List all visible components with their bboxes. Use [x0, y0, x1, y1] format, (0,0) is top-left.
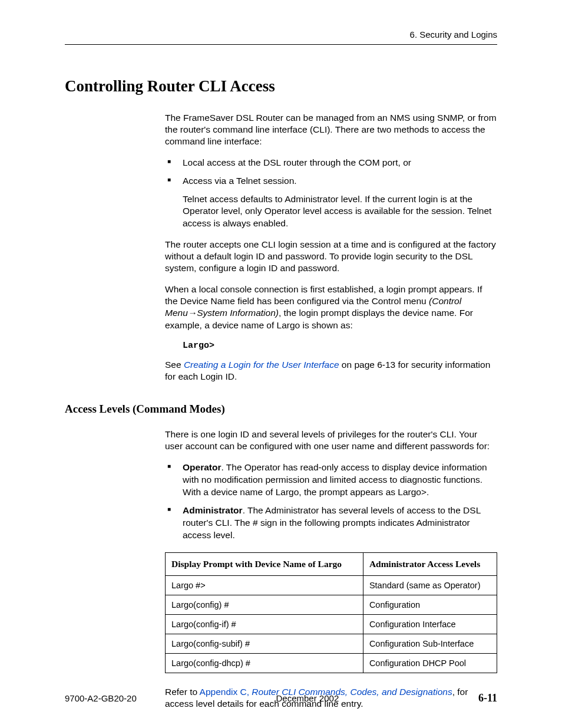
- body-paragraph: When a local console connection is first…: [165, 284, 497, 331]
- table-row: Largo(config-if) # Configuration Interfa…: [166, 614, 497, 634]
- list-item: Operator. The Operator has read-only acc…: [165, 462, 497, 499]
- footer-docnum: 9700-A2-GB20-20: [65, 693, 137, 703]
- cross-ref-link[interactable]: Creating a Login for the User Interface: [184, 360, 339, 370]
- header-rule: [65, 44, 497, 45]
- text-run: See: [165, 360, 184, 370]
- list-item-text: Access via a Telnet session.: [183, 176, 297, 186]
- table-cell: Configuration DHCP Pool: [363, 653, 497, 673]
- section-heading: Access Levels (Command Modes): [65, 403, 497, 416]
- code-prompt: Largo>: [183, 341, 497, 351]
- body-paragraph: There is one login ID and several levels…: [165, 429, 497, 452]
- list-item: Administrator. The Administrator has sev…: [165, 505, 497, 542]
- term-administrator: Administrator: [183, 505, 243, 515]
- table-header: Administrator Access Levels: [363, 552, 497, 575]
- body-paragraph: The router accepts one CLI login session…: [165, 239, 497, 274]
- table-cell: Configuration Sub-Interface: [363, 634, 497, 653]
- table-row: Largo #> Standard (same as Operator): [166, 575, 497, 595]
- list-item-subtext: Telnet access defaults to Administrator …: [183, 193, 497, 229]
- list-item: Local access at the DSL router through t…: [165, 157, 497, 169]
- table-row: Largo(config) # Configuration: [166, 595, 497, 614]
- text-run: . The Operator has read-only access to d…: [183, 462, 487, 497]
- table-cell: Standard (same as Operator): [363, 575, 497, 595]
- table-cell: Largo(config) #: [166, 595, 363, 614]
- footer-pagenum: 6-11: [478, 692, 497, 704]
- table-cell: Largo(config-subif) #: [166, 634, 363, 653]
- table-cell: Configuration: [363, 595, 497, 614]
- table-row: Largo(config-subif) # Configuration Sub-…: [166, 634, 497, 653]
- body-paragraph: See Creating a Login for the User Interf…: [165, 359, 497, 383]
- term-operator: Operator: [183, 462, 221, 472]
- list-item: Access via a Telnet session. Telnet acce…: [165, 175, 497, 229]
- access-levels-list: Operator. The Operator has read-only acc…: [165, 462, 497, 542]
- chapter-header: 6. Security and Logins: [65, 29, 497, 44]
- access-methods-list: Local access at the DSL router through t…: [165, 157, 497, 229]
- table-cell: Largo(config-dhcp) #: [166, 653, 363, 673]
- arrow-icon: →: [188, 308, 197, 318]
- table-cell: Largo(config-if) #: [166, 614, 363, 634]
- access-levels-table: Display Prompt with Device Name of Largo…: [165, 552, 497, 673]
- page-title: Controlling Router CLI Access: [65, 77, 497, 95]
- table-cell: Largo #>: [166, 575, 363, 595]
- footer-date: December 2002: [276, 693, 339, 703]
- table-row: Largo(config-dhcp) # Configuration DHCP …: [166, 653, 497, 673]
- table-cell: Configuration Interface: [363, 614, 497, 634]
- table-header: Display Prompt with Device Name of Largo: [166, 552, 363, 575]
- text-run: System Information): [197, 308, 279, 318]
- intro-paragraph: The FrameSaver DSL Router can be managed…: [165, 112, 497, 147]
